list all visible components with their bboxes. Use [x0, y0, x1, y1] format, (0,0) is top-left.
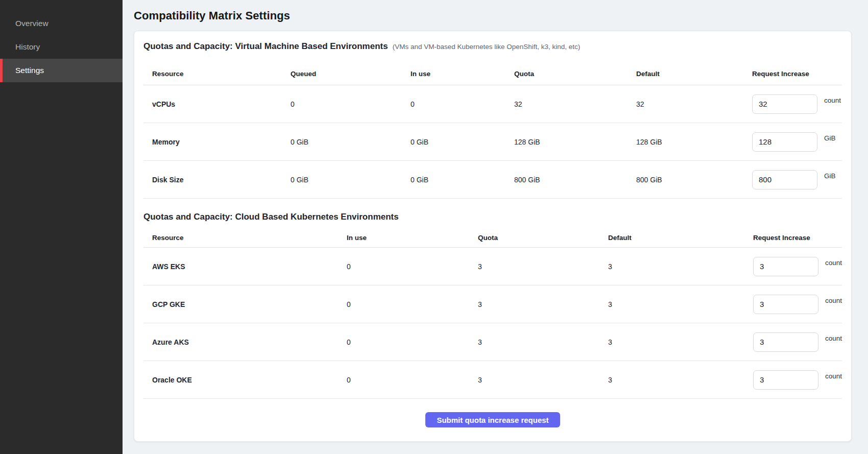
resource-cell: Disk Size — [152, 176, 291, 184]
quota-cell: 3 — [478, 338, 608, 346]
table-row: Memory 0 GiB 0 GiB 128 GiB 128 GiB GiB — [143, 123, 842, 161]
default-cell: 3 — [608, 338, 753, 346]
main-content: Compatibility Matrix Settings Quotas and… — [123, 0, 868, 454]
request-increase-cell: GiB — [752, 132, 842, 152]
default-cell: 800 GiB — [636, 176, 752, 184]
table-row: AWS EKS 0 3 3 count — [143, 248, 842, 285]
quota-cell: 3 — [478, 376, 608, 384]
vm-section-header: Quotas and Capacity: Virtual Machine Bas… — [143, 41, 842, 52]
queued-cell: 0 GiB — [291, 176, 411, 184]
request-increase-cell: count — [753, 332, 842, 352]
column-header-request-increase: Request Increase — [752, 70, 842, 78]
submit-row: Submit quota increase request — [143, 412, 842, 427]
default-cell: 128 GiB — [636, 138, 752, 146]
column-header-request-increase: Request Increase — [753, 234, 842, 242]
unit-label: count — [825, 334, 842, 342]
vm-section-title: Quotas and Capacity: Virtual Machine Bas… — [143, 41, 388, 52]
request-increase-cell: count — [753, 370, 842, 390]
page-title: Compatibility Matrix Settings — [134, 9, 852, 22]
in-use-cell: 0 — [347, 262, 478, 271]
table-row: vCPUs 0 0 32 32 count — [143, 85, 842, 123]
request-increase-cell: count — [752, 94, 842, 114]
column-header-default: Default — [636, 70, 752, 78]
k8s-table-header-row: Resource In use Quota Default Request In… — [143, 228, 842, 248]
request-increase-cell: GiB — [752, 170, 842, 189]
table-row: Oracle OKE 0 3 3 count — [143, 361, 842, 399]
column-header-queued: Queued — [291, 70, 411, 78]
k8s-section-title: Quotas and Capacity: Cloud Based Kuberne… — [143, 212, 842, 222]
request-increase-cell: count — [753, 257, 842, 276]
sidebar-item-settings[interactable]: Settings — [0, 59, 123, 82]
oracle-oke-request-input[interactable] — [753, 370, 818, 390]
azure-aks-request-input[interactable] — [753, 332, 818, 352]
gcp-gke-request-input[interactable] — [753, 295, 818, 314]
resource-cell: GCP GKE — [152, 300, 347, 308]
column-header-resource: Resource — [152, 70, 291, 78]
resource-cell: Memory — [152, 138, 291, 146]
default-cell: 3 — [608, 262, 753, 271]
quota-cell: 32 — [514, 100, 636, 108]
sidebar-item-label: Settings — [15, 66, 44, 75]
table-row: Disk Size 0 GiB 0 GiB 800 GiB 800 GiB Gi… — [143, 161, 842, 199]
vm-section-subtitle: (VMs and VM-based Kubernetes like OpenSh… — [393, 43, 581, 51]
quota-cell: 800 GiB — [514, 176, 636, 184]
quota-cell: 3 — [478, 300, 608, 308]
sidebar-item-overview[interactable]: Overview — [0, 12, 123, 35]
unit-label: count — [825, 259, 842, 267]
unit-label: count — [824, 97, 841, 104]
table-row: Azure AKS 0 3 3 count — [143, 323, 842, 361]
in-use-cell: 0 — [347, 300, 478, 308]
queued-cell: 0 — [291, 100, 411, 108]
default-cell: 3 — [608, 376, 753, 384]
sidebar-item-label: Overview — [15, 19, 49, 28]
sidebar-item-label: History — [15, 42, 40, 52]
resource-cell: vCPUs — [152, 100, 291, 108]
quota-cell: 3 — [478, 262, 608, 271]
default-cell: 32 — [636, 100, 752, 108]
column-header-default: Default — [608, 234, 753, 242]
unit-label: count — [825, 372, 842, 380]
in-use-cell: 0 GiB — [411, 176, 514, 184]
sidebar: Overview History Settings — [0, 0, 123, 454]
column-header-in-use: In use — [347, 234, 478, 242]
memory-request-input[interactable] — [752, 132, 817, 152]
resource-cell: Azure AKS — [152, 338, 347, 346]
in-use-cell: 0 — [347, 338, 478, 346]
vcpus-request-input[interactable] — [752, 94, 817, 114]
column-header-resource: Resource — [152, 234, 347, 242]
request-increase-cell: count — [753, 295, 842, 314]
aws-eks-request-input[interactable] — [753, 257, 818, 276]
resource-cell: AWS EKS — [152, 262, 347, 271]
sidebar-nav: Overview History Settings — [0, 0, 123, 82]
default-cell: 3 — [608, 300, 753, 308]
settings-card: Quotas and Capacity: Virtual Machine Bas… — [134, 31, 852, 442]
column-header-quota: Quota — [514, 70, 636, 78]
submit-quota-button[interactable]: Submit quota increase request — [425, 412, 560, 427]
unit-label: GiB — [824, 172, 836, 180]
disk-size-request-input[interactable] — [752, 170, 817, 189]
table-row: GCP GKE 0 3 3 count — [143, 285, 842, 323]
resource-cell: Oracle OKE — [152, 376, 347, 384]
unit-label: count — [825, 297, 842, 304]
k8s-quota-table: Resource In use Quota Default Request In… — [143, 228, 842, 399]
column-header-in-use: In use — [411, 70, 514, 78]
vm-table-header-row: Resource Queued In use Quota Default Req… — [143, 63, 842, 85]
in-use-cell: 0 — [347, 376, 478, 384]
in-use-cell: 0 — [411, 100, 514, 108]
unit-label: GiB — [824, 134, 836, 142]
vm-quota-table: Resource Queued In use Quota Default Req… — [143, 63, 842, 199]
in-use-cell: 0 GiB — [411, 138, 514, 146]
quota-cell: 128 GiB — [514, 138, 636, 146]
column-header-quota: Quota — [478, 234, 608, 242]
queued-cell: 0 GiB — [291, 138, 411, 146]
sidebar-item-history[interactable]: History — [0, 35, 123, 59]
